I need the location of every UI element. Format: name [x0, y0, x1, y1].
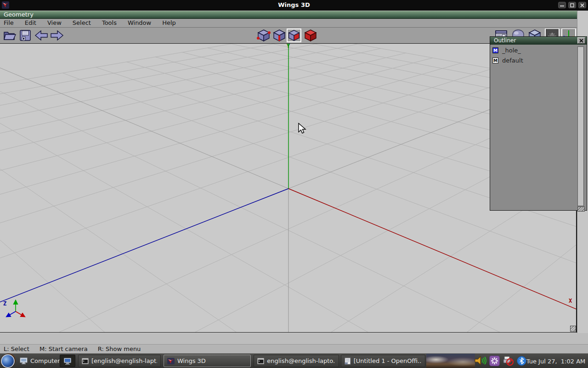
close-button[interactable]: [578, 2, 586, 8]
window-bottom-strip: [0, 333, 588, 344]
desktop-pager-thumbnail[interactable]: [426, 354, 475, 368]
menu-window[interactable]: Window: [128, 19, 151, 27]
outliner-close-button[interactable]: [577, 37, 585, 44]
edge-select-mode-button[interactable]: [272, 29, 287, 42]
material-label[interactable]: default: [502, 57, 523, 64]
edge-mode-cube-icon: [272, 29, 286, 42]
statusbar: L: Select M: Start camera R: Show menu: [0, 344, 588, 353]
redo-forward-button[interactable]: [50, 29, 64, 42]
material-swatch-hole[interactable]: M: [492, 47, 498, 53]
material-swatch-default[interactable]: M: [492, 58, 498, 63]
terminal-icon: [257, 358, 264, 364]
vertex-select-mode-button[interactable]: [256, 29, 271, 42]
taskbar-window-label: [english@english-lapt...: [91, 357, 157, 364]
face-mode-cube-icon: [288, 29, 300, 42]
save-floppy-icon: [19, 29, 31, 41]
arrow-left-icon: [34, 30, 48, 41]
menu-edit[interactable]: Edit: [25, 19, 36, 27]
printer-disabled-icon[interactable]: [503, 356, 514, 366]
taskbar: Computer [english@english-lapt...: [0, 353, 588, 368]
outliner-titlebar[interactable]: Outliner: [490, 37, 587, 45]
menu-view[interactable]: View: [47, 19, 62, 27]
arrow-right-icon: [50, 30, 64, 41]
menu-tools[interactable]: Tools: [102, 19, 117, 27]
system-tray: [474, 355, 526, 366]
axis-gizmo-icon: [3, 298, 28, 320]
computer-button[interactable]: Computer: [17, 355, 63, 367]
main-menu-button[interactable]: [1, 354, 15, 368]
hint-right-mouse: R: Show menu: [98, 345, 141, 352]
menu-file[interactable]: File: [4, 19, 14, 27]
taskbar-window-terminal-1[interactable]: [english@english-lapt...: [78, 355, 161, 367]
geometry-window-header[interactable]: Geometry: [0, 11, 577, 19]
undo-back-button[interactable]: [34, 29, 49, 42]
taskbar-window-openoffice[interactable]: [Untitled 1 - OpenOffi...: [341, 355, 425, 367]
material-label[interactable]: _hole_: [502, 47, 521, 54]
taskbar-window-label: [Untitled 1 - OpenOffi...: [354, 357, 422, 364]
viewport-resize-handle[interactable]: [570, 326, 576, 332]
maximize-button[interactable]: [568, 2, 576, 8]
outliner-title: Outliner: [494, 37, 516, 44]
volume-icon[interactable]: [474, 355, 486, 366]
taskbar-window-label: english@english-lapto...: [267, 357, 335, 364]
taskbar-window-wings3d[interactable]: Wings 3D: [164, 355, 251, 367]
minimize-button[interactable]: [558, 2, 566, 8]
menubar: File Edit View Select Tools Window Help: [0, 19, 577, 28]
clock[interactable]: Tue Jul 27, 1:02 AM: [526, 354, 585, 368]
taskbar-window-label: Wings 3D: [177, 357, 206, 364]
terminal-icon: [82, 358, 89, 364]
show-desktop-icon: [63, 357, 72, 365]
wings3d-icon: [167, 357, 175, 365]
face-select-mode-button[interactable]: [287, 29, 301, 42]
window-titlebar[interactable]: Wings 3D: [0, 0, 588, 11]
outliner-window[interactable]: Outliner M _hole_ M default: [490, 36, 587, 211]
outliner-list: M _hole_ M default: [490, 46, 587, 212]
open-file-button[interactable]: [2, 29, 17, 42]
bluetooth-icon[interactable]: [517, 356, 526, 366]
hint-left-mouse: L: Select: [4, 345, 29, 352]
hint-middle-mouse: M: Start camera: [40, 345, 88, 352]
outliner-scrollbar[interactable]: [577, 46, 584, 206]
save-file-button[interactable]: [18, 29, 33, 42]
x-axis-label: X: [569, 298, 572, 304]
menu-help[interactable]: Help: [162, 19, 176, 27]
mouse-cursor: [298, 123, 307, 135]
menu-select[interactable]: Select: [73, 19, 91, 27]
vertex-mode-cube-icon: [257, 29, 271, 42]
body-select-mode-button[interactable]: [303, 29, 318, 42]
package-manager-icon[interactable]: [489, 356, 500, 366]
desktop: Wings 3D Geometry File Edit View Select …: [0, 0, 588, 368]
writer-document-icon: [345, 357, 351, 365]
computer-label: Computer: [30, 357, 60, 364]
window-title: Wings 3D: [0, 1, 588, 8]
geometry-window-title: Geometry: [4, 11, 34, 18]
open-folder-icon: [3, 29, 16, 41]
y-axis-label: Y: [287, 43, 290, 49]
outliner-resize-handle[interactable]: [577, 207, 585, 212]
show-desktop-button[interactable]: [60, 355, 75, 367]
body-mode-cube-icon: [304, 29, 317, 42]
computer-icon: [20, 357, 28, 364]
outliner-item-default[interactable]: M default: [490, 56, 587, 65]
outliner-item-hole[interactable]: M _hole_: [490, 46, 587, 55]
taskbar-window-terminal-2[interactable]: english@english-lapto...: [254, 355, 339, 367]
